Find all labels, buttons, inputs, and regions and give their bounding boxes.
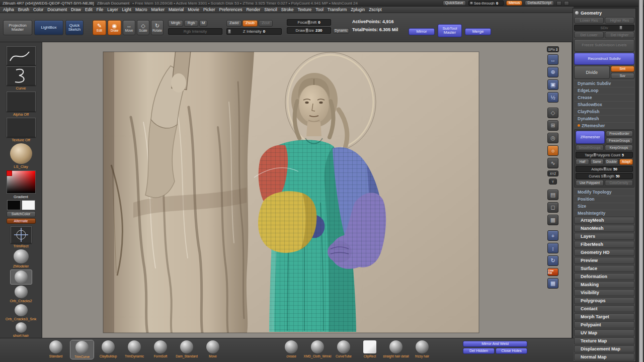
palette-row[interactable]: Visibility	[574, 289, 634, 296]
secondary-color-swatch[interactable]	[22, 200, 35, 210]
linefill-icon[interactable]: Line Fill	[547, 268, 558, 276]
rgb-intensity-slider[interactable]: Rgb Intensity	[168, 28, 222, 35]
suv-toggle[interactable]: Suv	[611, 73, 635, 79]
mirror-button[interactable]: Mirror	[409, 28, 435, 35]
quick-sketch-button[interactable]: Quick Sketch	[65, 20, 84, 35]
ghost-icon[interactable]: ◻	[547, 202, 558, 213]
zremesher-button[interactable]: ZRemesher	[576, 131, 605, 144]
zmodeler-thumbnail[interactable]	[14, 249, 29, 263]
palette-row[interactable]: Polypaint	[574, 321, 634, 328]
texture-thumbnail[interactable]	[7, 118, 36, 137]
curves-strength-slider[interactable]: Curves Strength 50	[576, 173, 633, 179]
palette-row[interactable]: ArrayMesh	[574, 217, 634, 224]
palette-row[interactable]: NanoMesh	[574, 225, 634, 232]
switch-color-button[interactable]: SwitchColor	[7, 211, 36, 217]
curve-thumbnail[interactable]	[7, 66, 36, 85]
menu-item[interactable]: Stroke	[281, 7, 294, 12]
lsym-icon[interactable]: ∿	[547, 158, 558, 168]
menu-item[interactable]: Preferences	[219, 7, 243, 12]
brush-item[interactable]: FormSoft	[149, 340, 172, 358]
del-higher-button[interactable]: Del Higher	[605, 32, 634, 38]
modify-topology-section[interactable]: Modify Topology	[574, 189, 634, 195]
menu-item[interactable]: Material	[169, 7, 184, 12]
default-zscript-button[interactable]: DefaultZScript	[525, 1, 554, 6]
brush-item[interactable]: ClipRect	[358, 340, 381, 358]
floor-icon[interactable]: ⊞	[547, 120, 558, 131]
palette-row[interactable]: Contact	[574, 305, 634, 312]
rgb-button[interactable]: Rgb	[184, 20, 198, 27]
palette-row[interactable]: Geometry HD	[574, 249, 634, 256]
short-hair-thumbnail[interactable]	[16, 322, 27, 333]
brush-item[interactable]: frizzy hair	[411, 340, 434, 358]
double-button[interactable]: Double	[605, 159, 618, 165]
merge-button[interactable]: Merge	[465, 28, 491, 35]
zoom3d-icon[interactable]: ⊕	[547, 67, 558, 77]
sdiv-slider[interactable]: SDiv	[574, 25, 634, 31]
crease-section[interactable]: Crease	[574, 94, 634, 100]
subtool-master-button[interactable]: SubTool Master	[438, 24, 462, 37]
persp-icon[interactable]: ◇	[547, 108, 558, 118]
material-thumbnail[interactable]	[10, 143, 32, 164]
lasso-icon[interactable]: ○	[547, 145, 558, 156]
polyf-icon[interactable]: ▦	[547, 278, 558, 289]
quicksave-button[interactable]: QuickSave	[443, 1, 466, 6]
see-through-slider[interactable]: See-through 0	[468, 1, 504, 6]
menu-item[interactable]: Draw	[71, 7, 81, 12]
palette-row[interactable]: Deformation	[574, 273, 634, 280]
palette-row[interactable]: Masking	[574, 281, 634, 288]
menu-item[interactable]: Color	[33, 7, 43, 12]
mirror-and-weld-button[interactable]: Mirror And Weld	[463, 341, 527, 347]
freeze-groups-button[interactable]: FreezeGroups	[606, 138, 633, 144]
draw-button[interactable]: ◉ Draw	[108, 20, 121, 35]
brush-item[interactable]: Standard	[44, 340, 67, 358]
zremesher-section[interactable]: ZRemesher	[574, 122, 634, 128]
stroke-thumbnail[interactable]	[7, 46, 36, 65]
del-lower-button[interactable]: Del Lower	[574, 32, 604, 38]
transp-icon[interactable]: ▤	[547, 190, 558, 200]
window-grid-icon[interactable]	[556, 1, 561, 6]
move-button[interactable]: ↔ Move	[123, 20, 135, 35]
brush-item[interactable]: Move	[201, 340, 224, 358]
menu-item[interactable]: Brush	[18, 7, 29, 12]
alternate-button[interactable]: Alternate	[7, 218, 36, 224]
close-holes-button[interactable]: Close Holes	[496, 348, 527, 354]
reconstruct-subdiv-button[interactable]: Reconstruct Subdiv	[574, 53, 634, 65]
palette-row[interactable]: Surface	[574, 265, 634, 272]
menu-item[interactable]: Light	[122, 7, 131, 12]
y-icon[interactable]: Y	[549, 178, 557, 185]
menu-item[interactable]: Render	[246, 7, 260, 12]
menu-item[interactable]: Movie	[188, 7, 199, 12]
brush-item[interactable]: TrimDynamic	[123, 340, 146, 358]
brush-item[interactable]: XMD_Cloth_Wrinkl	[306, 340, 329, 358]
focal-shift-slider[interactable]: Focal Shift 0	[287, 19, 331, 26]
mesh-integrity-section[interactable]: MeshIntegrity	[574, 210, 634, 216]
xyz-icon[interactable]: XYZ	[547, 170, 558, 176]
brush-item[interactable]: crease	[280, 340, 303, 358]
brush-item[interactable]: straight hair detail	[384, 340, 408, 358]
brush-item[interactable]: Dam_Standard	[175, 340, 198, 358]
palette-row[interactable]: Morph Target	[574, 313, 634, 320]
menu-item[interactable]: Stencil	[264, 7, 277, 12]
position-section[interactable]: Position	[574, 196, 634, 202]
menu-item[interactable]: Document	[47, 7, 67, 12]
rotate3d-icon[interactable]: ↻	[547, 255, 558, 266]
menus-button[interactable]: Menus	[506, 1, 523, 6]
edit-button[interactable]: ✎ Edit	[93, 20, 106, 35]
size-section[interactable]: Size	[574, 203, 634, 209]
mrgb-button[interactable]: Mrgb	[168, 20, 183, 27]
palette-row[interactable]: Displacement Map	[574, 345, 634, 352]
dynamic-subdiv-section[interactable]: Dynamic Subdiv	[574, 80, 634, 86]
spix-slider[interactable]: SPix 3	[547, 46, 559, 52]
palette-row[interactable]: Layers	[574, 233, 634, 240]
menu-item[interactable]: Edit	[85, 7, 93, 12]
zcut-button[interactable]: Zcut	[259, 20, 273, 27]
del-hidden-button[interactable]: Del Hidden	[463, 348, 495, 354]
freeze-border-button[interactable]: FreezeBorder	[606, 131, 633, 137]
dynamic-toggle[interactable]: Dynamic	[333, 28, 349, 34]
palette-row[interactable]: Preview	[574, 257, 634, 264]
aahalf-icon[interactable]: ½	[547, 92, 558, 103]
keep-groups-button[interactable]: KeepGroups	[605, 145, 633, 151]
palette-row[interactable]: UV Map	[574, 329, 634, 336]
claypolish-section[interactable]: ClayPolish	[574, 108, 634, 114]
same-button[interactable]: Same	[590, 159, 604, 165]
